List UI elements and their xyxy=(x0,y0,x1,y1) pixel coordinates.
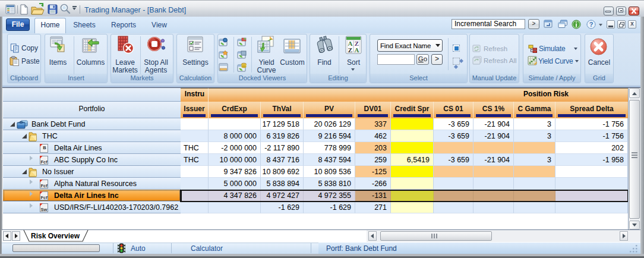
svg-text:A: A xyxy=(355,46,359,54)
svg-text:?: ? xyxy=(589,21,594,28)
svg-text:Z: Z xyxy=(348,46,352,54)
